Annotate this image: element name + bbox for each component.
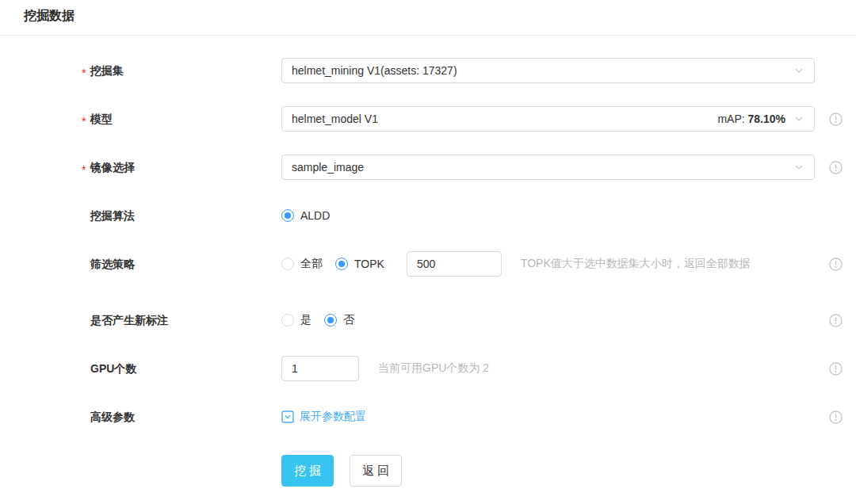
down-square-icon [281,410,294,423]
required-asterisk: * [82,60,86,86]
gpu-count-input[interactable] [281,356,359,381]
mining-set-select[interactable]: helmet_mining V1(assets: 17327) [281,58,815,83]
page-title: 挖掘数据 [24,8,75,28]
required-asterisk: * [82,109,86,134]
radio-button-icon [281,314,294,326]
topk-value-input[interactable] [407,251,502,277]
mine-button[interactable]: 挖 掘 [281,455,334,487]
info-exclamation-icon[interactable] [829,113,843,126]
form-row-advanced: 高级参数 展开参数配置 [0,404,856,430]
form-row-new-annotation: 是否产生新标注 是 否 [0,307,856,333]
chevron-down-icon [793,65,804,76]
required-asterisk: * [82,157,86,182]
model-select[interactable]: helmet_model V1 mAP: 78.10% [281,106,815,132]
advanced-label: 高级参数 [0,404,281,430]
gpu-label: GPU个数 [0,356,281,381]
image-select[interactable]: sample_image [281,155,815,180]
radio-all[interactable]: 全部 [281,257,323,271]
model-label: * 模型 [0,106,281,132]
new-annotation-label: 是否产生新标注 [0,307,281,333]
form-row-strategy: 筛选策略 全部 TOPK TOPK值大于选中数据集大小时，返回全部数据 [0,251,856,277]
chevron-down-icon [793,113,804,124]
gpu-hint-text: 当前可用GPU个数为 2 [378,361,489,376]
info-exclamation-icon[interactable] [829,362,843,376]
form-row-image: * 镜像选择 sample_image [0,155,856,180]
mining-set-value: helmet_mining V1(assets: 17327) [292,64,793,77]
chevron-down-icon [793,162,804,173]
expand-params-link[interactable]: 展开参数配置 [281,410,366,424]
radio-no[interactable]: 否 [324,313,354,327]
radio-button-icon [335,258,348,270]
info-exclamation-icon[interactable] [829,314,843,327]
info-exclamation-icon[interactable] [829,258,843,271]
algorithm-label: 挖掘算法 [0,203,281,228]
form-row-gpu: GPU个数 当前可用GPU个数为 2 [0,356,856,381]
strategy-label: 筛选策略 [0,251,281,277]
image-label: * 镜像选择 [0,155,281,180]
form-row-algorithm: 挖掘算法 ALDD [0,203,856,228]
radio-button-icon [281,258,294,270]
radio-aldd[interactable]: ALDD [281,209,330,222]
image-value: sample_image [292,161,793,174]
mining-set-label: * 挖掘集 [0,58,281,83]
radio-topk[interactable]: TOPK [335,258,384,270]
form-row-mining-set: * 挖掘集 helmet_mining V1(assets: 17327) [0,58,856,83]
page-header: 挖掘数据 [0,0,856,36]
model-value: helmet_model V1 [292,113,717,125]
info-exclamation-icon[interactable] [829,161,843,174]
info-exclamation-icon[interactable] [829,410,843,424]
mining-form: * 挖掘集 helmet_mining V1(assets: 17327) * … [0,36,856,487]
form-row-model: * 模型 helmet_model V1 mAP: 78.10% [0,106,856,132]
radio-button-icon [324,314,337,326]
back-button[interactable]: 返 回 [350,455,402,487]
model-map-score: mAP: 78.10% [717,113,785,125]
radio-yes[interactable]: 是 [281,313,311,327]
radio-button-icon [281,209,294,222]
form-actions: 挖 掘 返 回 [0,455,856,487]
topk-hint-text: TOPK值大于选中数据集大小时，返回全部数据 [521,257,751,271]
